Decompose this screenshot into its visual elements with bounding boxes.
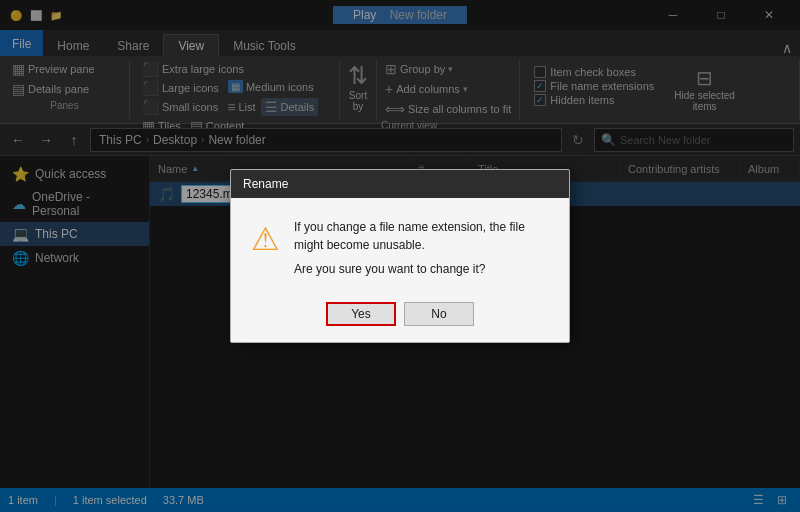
dialog-titlebar: Rename <box>231 170 569 198</box>
dialog-message: If you change a file name extension, the… <box>294 218 549 278</box>
dialog-overlay: Rename ⚠ If you change a file name exten… <box>0 0 800 512</box>
yes-button[interactable]: Yes <box>326 302 396 326</box>
dialog-body: ⚠ If you change a file name extension, t… <box>231 198 569 294</box>
dialog-buttons: Yes No <box>231 294 569 342</box>
dialog-title: Rename <box>243 177 288 191</box>
no-button[interactable]: No <box>404 302 474 326</box>
warning-icon: ⚠ <box>251 220 280 258</box>
rename-dialog: Rename ⚠ If you change a file name exten… <box>230 169 570 343</box>
